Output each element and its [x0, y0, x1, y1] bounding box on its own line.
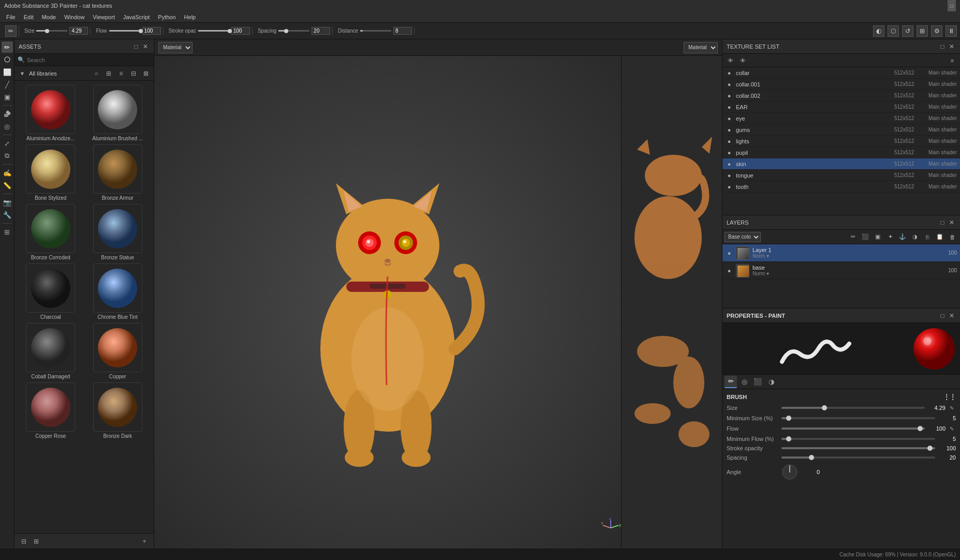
- ts-row-lights[interactable]: ● lights 512x512 Main shader: [722, 136, 960, 147]
- pause-btn[interactable]: ⏸: [946, 25, 957, 37]
- ts-row-skin[interactable]: ● skin 512x512 Main shader: [722, 158, 960, 170]
- layer-delete-btn[interactable]: 🗑: [947, 232, 958, 242]
- size-prop-slider[interactable]: [781, 407, 925, 409]
- prop-tab-stroke[interactable]: ⬛: [751, 376, 764, 388]
- smudge-tool-btn[interactable]: [2, 54, 13, 65]
- layers-expand-btn[interactable]: □: [938, 218, 947, 227]
- layer-eye-base[interactable]: ●: [726, 267, 733, 274]
- asset-item[interactable]: Bronze Dark: [86, 382, 150, 439]
- cat-3d-viewport[interactable]: X Y Z: [154, 56, 621, 549]
- texture-set-close-btn[interactable]: ✕: [948, 42, 956, 51]
- size-input[interactable]: 4.29: [69, 27, 88, 35]
- line-tool-btn[interactable]: ╱: [2, 79, 13, 90]
- menu-viewport[interactable]: Viewport: [88, 13, 119, 21]
- spacing-slider[interactable]: [278, 30, 309, 32]
- properties-close-btn[interactable]: ✕: [948, 312, 956, 320]
- ts-settings-btn[interactable]: ≡: [947, 55, 958, 66]
- viewport-mode-select-2[interactable]: Material: [684, 42, 718, 53]
- uv-btn[interactable]: ⊞: [2, 226, 13, 238]
- ts-row-pupil[interactable]: ● pupil 512x512 Main shader: [722, 147, 960, 158]
- maximize-button[interactable]: □: [948, 2, 956, 10]
- transform-btn[interactable]: ⤢: [2, 138, 13, 149]
- ts-row-tongue[interactable]: ● tongue 512x512 Main shader: [722, 170, 960, 181]
- layer-group-btn[interactable]: ▣: [872, 232, 883, 242]
- layer-paste-btn[interactable]: 📋: [934, 232, 946, 242]
- viewport-mode-select-1[interactable]: Material: [158, 42, 193, 53]
- menu-help[interactable]: Help: [180, 13, 200, 21]
- prop-tab-brush[interactable]: ✏: [725, 376, 737, 388]
- settings-btn[interactable]: ⚙: [931, 25, 942, 37]
- menu-window[interactable]: Window: [60, 13, 88, 21]
- flow-slider[interactable]: [109, 30, 140, 32]
- distance-slider[interactable]: [360, 30, 391, 32]
- menu-javascript[interactable]: JavaScript: [119, 13, 154, 21]
- menu-python[interactable]: Python: [154, 13, 180, 21]
- ts-eye-tongue[interactable]: ●: [726, 172, 733, 179]
- uv-viewport[interactable]: [621, 56, 722, 549]
- ts-row-collar002[interactable]: ● collar.002 512x512 Main shader: [722, 90, 960, 101]
- spacing-prop-slider[interactable]: [781, 456, 935, 459]
- flow-edit-btn[interactable]: ✎: [948, 424, 956, 433]
- size-edit-btn[interactable]: ✎: [948, 404, 956, 412]
- ts-eye-eye[interactable]: ●: [726, 115, 733, 122]
- filter-size-btn[interactable]: ⊠: [140, 68, 152, 79]
- asset-item[interactable]: Charcoal: [19, 263, 83, 320]
- asset-item[interactable]: Cobalt Damaged: [19, 323, 83, 379]
- stroke-opacity-input[interactable]: 100: [231, 27, 250, 35]
- ts-row-gums[interactable]: ● gums 512x512 Main shader: [722, 124, 960, 136]
- color-picker-btn[interactable]: [2, 108, 13, 120]
- size-slider[interactable]: [36, 30, 67, 32]
- ts-eye-gums[interactable]: ●: [726, 126, 733, 134]
- filter-list-btn[interactable]: ≡: [115, 68, 127, 79]
- min-size-prop-slider[interactable]: [781, 417, 935, 419]
- asset-item[interactable]: Aluminium Anodize...: [19, 85, 83, 141]
- filter-all-btn[interactable]: ▾: [17, 68, 28, 79]
- brush-settings-icon[interactable]: ⋮⋮: [943, 393, 956, 401]
- ts-row-collar001[interactable]: ● collar.001 512x512 Main shader: [722, 79, 960, 90]
- ts-row-tooth[interactable]: ● tooth 512x512 Main shader: [722, 181, 960, 193]
- angle-dial[interactable]: [781, 464, 798, 480]
- wrap-btn[interactable]: ↺: [902, 25, 913, 37]
- ts-eye-collar[interactable]: ●: [726, 69, 733, 77]
- filter-circle-btn[interactable]: ○: [91, 68, 102, 79]
- stroke-opacity-slider[interactable]: [198, 30, 229, 32]
- camera-btn[interactable]: 📷: [2, 197, 13, 208]
- menu-mode[interactable]: Mode: [38, 13, 61, 21]
- layer-paint-btn[interactable]: ✏: [847, 232, 859, 242]
- asset-item[interactable]: Bronze Armor: [86, 144, 150, 201]
- ts-eye-btn[interactable]: 👁: [725, 55, 736, 66]
- clone-btn[interactable]: ⧉: [2, 150, 13, 161]
- asset-item[interactable]: Bone Stylized: [19, 144, 83, 201]
- brush-tool-btn[interactable]: ✏: [5, 25, 17, 37]
- ts-eye-lights[interactable]: ●: [726, 138, 733, 145]
- add-asset-btn[interactable]: +: [139, 536, 150, 547]
- prop-tab-material[interactable]: ◎: [738, 376, 750, 388]
- grid-small-btn[interactable]: ⊟: [19, 536, 29, 547]
- ts-eye-pupil[interactable]: ●: [726, 149, 733, 156]
- symmetry-btn[interactable]: ⬡: [888, 25, 899, 37]
- assets-close-btn[interactable]: ✕: [141, 42, 150, 51]
- paint-tool-btn[interactable]: ✏: [2, 41, 13, 53]
- properties-expand-btn[interactable]: □: [938, 312, 947, 320]
- min-flow-prop-slider[interactable]: [781, 438, 935, 440]
- distance-input[interactable]: 8: [393, 27, 412, 35]
- stamp-btn[interactable]: ⊞: [917, 25, 928, 37]
- search-input[interactable]: [27, 57, 151, 63]
- bake-btn[interactable]: 🔧: [2, 209, 13, 220]
- ts-eye-off-btn[interactable]: 👁: [737, 55, 748, 66]
- measure-btn[interactable]: 📏: [2, 180, 13, 191]
- blur-tool-btn[interactable]: ◎: [2, 121, 13, 132]
- texture-set-expand-btn[interactable]: □: [938, 42, 947, 51]
- spacing-input[interactable]: 20: [312, 27, 330, 35]
- layer-row-layer1[interactable]: ● Layer 1 Norm ▾ 100: [722, 244, 960, 262]
- layer-row-base[interactable]: ● base Norm ▾ 100: [722, 262, 960, 279]
- layer-eye-1[interactable]: ●: [726, 249, 733, 257]
- ts-eye-ear[interactable]: ●: [726, 104, 733, 111]
- flow-input[interactable]: 100: [142, 27, 161, 35]
- filter-grid-btn[interactable]: ⊟: [128, 68, 139, 79]
- asset-item[interactable]: Aluminium Brushed ...: [86, 85, 150, 141]
- ts-eye-collar002[interactable]: ●: [726, 92, 733, 99]
- ts-row-collar[interactable]: ● collar 512x512 Main shader: [722, 67, 960, 79]
- flow-prop-slider[interactable]: [781, 428, 925, 430]
- menu-file[interactable]: File: [2, 13, 20, 21]
